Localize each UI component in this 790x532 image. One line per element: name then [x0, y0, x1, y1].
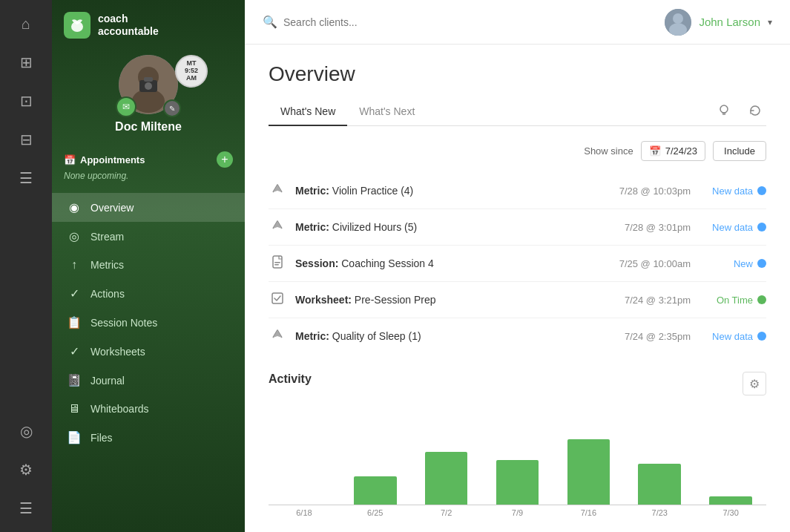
- chart-label: 7/30: [695, 508, 766, 517]
- tab-whats-next[interactable]: What's Next: [347, 98, 427, 126]
- content-area: Overview What's New What's Next: [245, 45, 790, 532]
- nav-item-stream[interactable]: ◎ Stream: [52, 222, 245, 251]
- client-name: Doc Miltene: [115, 120, 182, 134]
- network-nav-icon[interactable]: ⊞: [10, 46, 42, 79]
- svg-rect-6: [144, 77, 153, 82]
- chart-bar: [709, 496, 752, 505]
- activity-text: Metric: Civilized Hours (5): [295, 221, 578, 233]
- nav-item-overview[interactable]: ◉ Overview: [52, 193, 245, 222]
- sidebar-logo[interactable]: coach accountable: [52, 0, 245, 47]
- activity-list: Metric: Violin Practice (4) 7/28 @ 10:03…: [269, 173, 766, 354]
- activity-text: Session: Coaching Session 4: [295, 257, 578, 269]
- chart-bar: [354, 476, 397, 505]
- search-input[interactable]: [283, 16, 653, 28]
- icon-bar: ⌂ ⊞ ⊡ ⊟ ☰ ◎ ⚙ ☰: [0, 0, 52, 532]
- chart-labels: 6/186/257/27/97/167/237/30: [269, 508, 766, 517]
- edit-badge-icon[interactable]: ✎: [163, 99, 181, 117]
- stream-icon: ◎: [67, 229, 82, 243]
- settings-nav-icon[interactable]: ⚙: [10, 453, 42, 486]
- activity-item[interactable]: Worksheet: Pre-Session Prep 7/24 @ 3:21p…: [269, 282, 766, 318]
- chart-bar-group: [695, 401, 766, 505]
- nav-label-files: Files: [90, 432, 113, 444]
- overview-icon: ◉: [67, 200, 82, 214]
- tab-whats-new[interactable]: What's New: [269, 98, 347, 126]
- calendar-icon: 📅: [649, 145, 661, 157]
- chart-bar: [496, 460, 539, 505]
- svg-point-10: [720, 105, 728, 113]
- chart-settings-button[interactable]: ⚙: [743, 372, 766, 395]
- actions-icon: ✓: [67, 286, 82, 301]
- status-dot: [757, 295, 766, 304]
- activity-status: New data: [700, 331, 766, 342]
- logo-icon: [64, 12, 90, 39]
- show-since-row: Show since 📅 7/24/23 Include: [269, 141, 766, 161]
- chart-header: Activity ⚙: [269, 372, 766, 395]
- chart-nav-icon[interactable]: ⊟: [10, 123, 42, 156]
- top-bar: 🔍 John Larson ▾: [245, 0, 790, 45]
- svg-point-3: [132, 89, 165, 113]
- files-icon: 📄: [67, 430, 82, 444]
- circle-nav-icon[interactable]: ◎: [10, 415, 42, 447]
- lightbulb-icon[interactable]: [713, 99, 735, 122]
- activity-item[interactable]: Metric: Quality of Sleep (1) 7/24 @ 2:35…: [269, 318, 766, 354]
- briefcase-nav-icon[interactable]: ⊡: [10, 85, 42, 117]
- user-area[interactable]: John Larson ▾: [665, 9, 772, 36]
- include-button[interactable]: Include: [713, 141, 766, 161]
- avatar-wrapper: ✉ ✎: [119, 55, 178, 114]
- svg-rect-12: [274, 262, 280, 263]
- status-dot: [757, 223, 766, 231]
- activity-status: New data: [700, 185, 766, 197]
- activity-time: 7/28 @ 10:03pm: [587, 185, 691, 197]
- tabs: What's New What's Next: [269, 98, 766, 126]
- activity-type-icon: [269, 182, 286, 200]
- book-nav-icon[interactable]: ☰: [10, 162, 42, 194]
- nav-item-actions[interactable]: ✓ Actions: [52, 279, 245, 308]
- time-badge: MT 9:52 AM: [175, 55, 208, 88]
- appointments-section: 📅 Appointments + None upcoming.: [52, 145, 245, 187]
- nav-label-session-notes: Session Notes: [90, 317, 157, 329]
- nav-label-journal: Journal: [90, 375, 125, 387]
- home-nav-icon[interactable]: ⌂: [10, 7, 42, 40]
- sidebar: coach accountable ✉ ✎ MT 9:52: [52, 0, 245, 532]
- date-picker[interactable]: 📅 7/24/23: [641, 141, 705, 161]
- chart-bar-group: [624, 401, 695, 505]
- activity-type-icon: [269, 291, 286, 309]
- activity-text: Metric: Violin Practice (4): [295, 185, 578, 197]
- search-icon: 🔍: [263, 15, 277, 29]
- metrics-icon: ↑: [67, 258, 82, 272]
- chart-bar: [638, 464, 681, 505]
- email-badge-icon[interactable]: ✉: [116, 96, 136, 117]
- activity-item[interactable]: Session: Coaching Session 4 7/25 @ 10:00…: [269, 246, 766, 282]
- nav-item-journal[interactable]: 📓 Journal: [52, 366, 245, 395]
- client-profile: ✉ ✎ MT 9:52 AM Doc Miltene: [52, 47, 245, 145]
- calendar-icon: 📅: [64, 154, 76, 165]
- user-avatar: [665, 9, 691, 36]
- logo-text: coach accountable: [98, 13, 159, 38]
- activity-item[interactable]: Metric: Civilized Hours (5) 7/28 @ 3:01p…: [269, 209, 766, 246]
- appointments-none-text: None upcoming.: [64, 171, 233, 181]
- svg-point-5: [145, 82, 152, 90]
- nav-item-metrics[interactable]: ↑ Metrics: [52, 251, 245, 279]
- chart-title: Activity: [269, 372, 312, 386]
- add-appointment-button[interactable]: +: [217, 151, 233, 168]
- user-name: John Larson: [699, 16, 760, 28]
- show-since-label: Show since: [584, 145, 633, 157]
- status-dot: [757, 259, 766, 268]
- nav-item-session-notes[interactable]: 📋 Session Notes: [52, 308, 245, 337]
- files-nav-icon[interactable]: ☰: [10, 492, 42, 525]
- nav-item-files[interactable]: 📄 Files: [52, 423, 245, 452]
- activity-item[interactable]: Metric: Violin Practice (4) 7/28 @ 10:03…: [269, 173, 766, 209]
- chart-label: 6/25: [340, 508, 411, 517]
- refresh-icon[interactable]: [744, 99, 766, 122]
- session-notes-icon: 📋: [67, 315, 82, 329]
- activity-chart: [269, 401, 766, 505]
- svg-rect-14: [272, 293, 283, 303]
- nav-label-overview: Overview: [90, 202, 134, 214]
- activity-status: New: [700, 258, 766, 269]
- status-dot: [757, 186, 766, 195]
- nav-item-worksheets[interactable]: ✓ Worksheets: [52, 337, 245, 366]
- nav-item-whiteboards[interactable]: 🖥 Whiteboards: [52, 395, 245, 423]
- nav-label-actions: Actions: [90, 288, 125, 300]
- whiteboards-icon: 🖥: [67, 402, 82, 416]
- activity-text: Metric: Quality of Sleep (1): [295, 330, 578, 342]
